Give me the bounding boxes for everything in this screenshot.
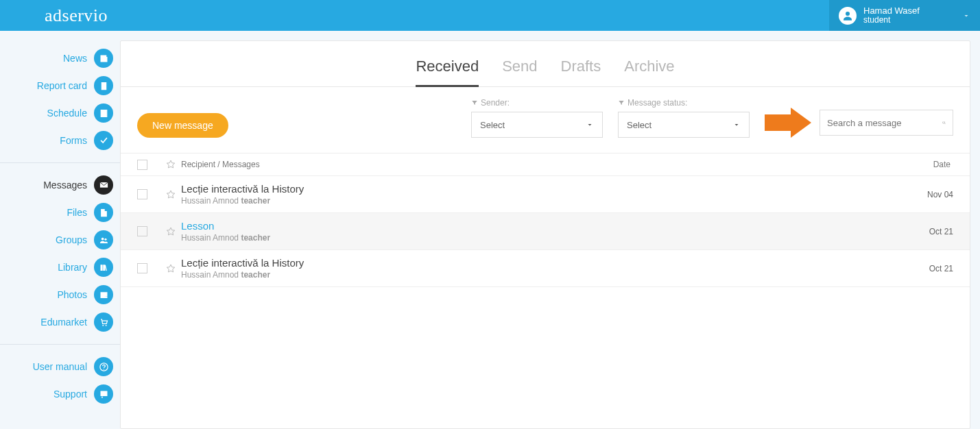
message-main: LessonHussain Amnod teacher bbox=[181, 220, 898, 243]
sidebar-item-label: Edumarket bbox=[40, 317, 87, 328]
support-icon bbox=[94, 384, 113, 404]
filter-status: Message status: Select bbox=[618, 98, 750, 138]
sidebar-item-label: Schedule bbox=[47, 108, 87, 119]
library-icon bbox=[94, 258, 113, 277]
message-list: Lecție interactivă la HistoryHussain Amn… bbox=[121, 176, 970, 287]
message-date: Oct 21 bbox=[898, 227, 953, 236]
sidebar-item-label: User manual bbox=[33, 361, 87, 372]
tab-drafts[interactable]: Drafts bbox=[561, 58, 601, 86]
search-box[interactable] bbox=[820, 110, 953, 136]
files-icon bbox=[94, 203, 113, 222]
sidebar-item-news[interactable]: News bbox=[0, 45, 120, 72]
message-list-header: Recipient / Messages Date bbox=[121, 153, 970, 176]
date-header: Date bbox=[898, 160, 953, 169]
sidebar-item-report-card[interactable]: Report card bbox=[0, 72, 120, 99]
message-main: Lecție interactivă la HistoryHussain Amn… bbox=[181, 257, 898, 280]
star-icon[interactable] bbox=[160, 226, 181, 237]
brand-logo: adservio bbox=[45, 5, 108, 26]
message-row[interactable]: LessonHussain Amnod teacherOct 21 bbox=[121, 213, 970, 250]
sidebar-item-messages[interactable]: Messages bbox=[0, 171, 120, 199]
filter-icon bbox=[471, 99, 478, 106]
user-info: Hamad Wasef student bbox=[863, 6, 962, 25]
sidebar-item-label: Files bbox=[67, 207, 87, 218]
sidebar-item-forms[interactable]: Forms bbox=[0, 127, 120, 154]
sidebar-item-label: Support bbox=[53, 389, 87, 400]
svg-point-5 bbox=[102, 324, 104, 326]
message-row[interactable]: Lecție interactivă la HistoryHussain Amn… bbox=[121, 176, 970, 213]
message-date: Oct 21 bbox=[898, 264, 953, 273]
filter-status-label: Message status: bbox=[618, 98, 750, 108]
tab-received[interactable]: Received bbox=[416, 58, 479, 87]
message-subject: Lecție interactivă la History bbox=[181, 257, 898, 269]
chevron-down-icon bbox=[586, 121, 594, 129]
sidebar-item-files[interactable]: Files bbox=[0, 199, 120, 226]
sidebar-item-support[interactable]: Support bbox=[0, 380, 120, 408]
message-date: Nov 04 bbox=[898, 190, 953, 199]
filter-sender: Sender: Select bbox=[471, 98, 603, 138]
svg-point-0 bbox=[846, 12, 850, 16]
sidebar-item-schedule[interactable]: Schedule bbox=[0, 99, 120, 127]
sidebar-item-label: Library bbox=[58, 262, 87, 273]
filter-icon bbox=[618, 99, 625, 106]
sidebar-item-library[interactable]: Library bbox=[0, 254, 120, 281]
sidebar-item-user-manual[interactable]: User manual bbox=[0, 353, 120, 380]
user-role: student bbox=[863, 16, 962, 25]
photos-icon bbox=[94, 285, 113, 304]
sender-select[interactable]: Select bbox=[471, 112, 603, 138]
tabs-bar: ReceivedSendDraftsArchive bbox=[121, 41, 970, 87]
tab-send[interactable]: Send bbox=[502, 58, 537, 86]
user-menu[interactable]: Hamad Wasef student bbox=[829, 0, 980, 31]
row-checkbox[interactable] bbox=[137, 189, 160, 199]
star-icon[interactable] bbox=[160, 189, 181, 200]
sidebar-item-groups[interactable]: Groups bbox=[0, 226, 120, 254]
message-from: Hussain Amnod teacher bbox=[181, 270, 898, 280]
message-subject: Lesson bbox=[181, 220, 898, 232]
cart-icon bbox=[94, 312, 113, 332]
star-header-icon bbox=[160, 159, 181, 170]
star-icon[interactable] bbox=[160, 263, 181, 274]
filter-sender-label: Sender: bbox=[471, 98, 603, 108]
sidebar: NewsReport cardScheduleForms MessagesFil… bbox=[0, 31, 120, 429]
app-header: adservio Hamad Wasef student bbox=[0, 0, 980, 31]
svg-point-6 bbox=[105, 324, 106, 326]
forms-icon bbox=[94, 131, 113, 150]
avatar-icon bbox=[839, 7, 857, 25]
schedule-icon bbox=[94, 103, 113, 123]
sidebar-item-photos[interactable]: Photos bbox=[0, 281, 120, 308]
row-checkbox[interactable] bbox=[137, 263, 160, 273]
tab-archive[interactable]: Archive bbox=[624, 58, 674, 86]
messages-icon bbox=[94, 175, 113, 195]
search-icon bbox=[942, 117, 946, 128]
search-input[interactable] bbox=[827, 118, 942, 128]
filters-row: New message Sender: Select Message statu… bbox=[121, 87, 970, 153]
groups-icon bbox=[94, 230, 113, 249]
sidebar-item-label: Messages bbox=[43, 180, 87, 191]
callout-arrow-icon bbox=[765, 108, 813, 138]
message-row[interactable]: Lecție interactivă la HistoryHussain Amn… bbox=[121, 250, 970, 287]
sidebar-item-edumarket[interactable]: Edumarket bbox=[0, 308, 120, 336]
sidebar-item-label: Photos bbox=[57, 289, 87, 300]
recipient-header: Recipient / Messages bbox=[181, 160, 260, 169]
help-icon bbox=[94, 357, 113, 376]
row-checkbox[interactable] bbox=[137, 226, 160, 236]
news-icon bbox=[94, 49, 113, 68]
svg-point-3 bbox=[101, 237, 104, 240]
new-message-button[interactable]: New message bbox=[137, 113, 228, 138]
status-select[interactable]: Select bbox=[618, 112, 750, 138]
svg-point-7 bbox=[103, 369, 104, 369]
sidebar-item-label: Report card bbox=[37, 80, 87, 91]
report-icon bbox=[94, 76, 113, 95]
sidebar-item-label: News bbox=[63, 53, 87, 64]
svg-rect-2 bbox=[101, 112, 103, 114]
chevron-down-icon bbox=[962, 12, 970, 20]
sidebar-item-label: Forms bbox=[60, 135, 87, 146]
svg-point-4 bbox=[104, 238, 106, 240]
user-name: Hamad Wasef bbox=[863, 6, 962, 16]
message-subject: Lecție interactivă la History bbox=[181, 183, 898, 195]
main-panel: ReceivedSendDraftsArchive New message Se… bbox=[120, 40, 970, 429]
message-from: Hussain Amnod teacher bbox=[181, 233, 898, 243]
select-all-checkbox[interactable] bbox=[137, 160, 160, 170]
message-from: Hussain Amnod teacher bbox=[181, 196, 898, 206]
message-main: Lecție interactivă la HistoryHussain Amn… bbox=[181, 183, 898, 206]
chevron-down-icon bbox=[732, 121, 741, 129]
